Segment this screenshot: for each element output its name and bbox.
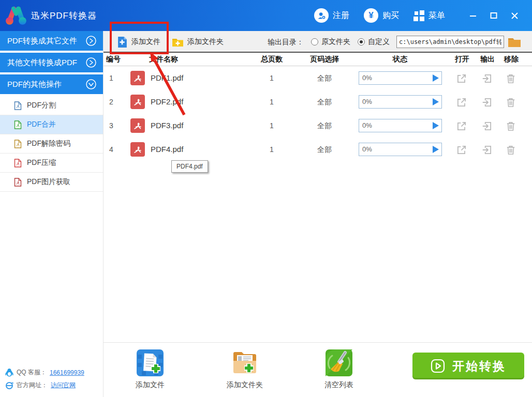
sidebar-item-pdf-remove-password[interactable]: PDF解除密码 (0, 134, 103, 154)
sidebar-item-pdf-compress[interactable]: PDF压缩 (0, 154, 103, 173)
app-logo-icon (4, 5, 28, 26)
radio-original-label: 原文件夹 (321, 37, 350, 47)
clear-list-broom-icon (326, 349, 352, 376)
qq-number-link[interactable]: 1661699939 (50, 369, 84, 376)
pdf-file-icon (130, 142, 145, 157)
start-row-play-icon[interactable] (433, 98, 439, 105)
file-name: PDF4.pdf (151, 138, 183, 161)
total-pages: 1 (258, 90, 286, 114)
output-path-input[interactable] (396, 36, 504, 48)
window-controls (463, 5, 525, 26)
progress-value: 0% (362, 119, 372, 132)
sidebar-support: QQ 客服： 1661699939 官方网址： 访问官网 (5, 364, 84, 390)
sidebar-item-label: PDF解除密码 (27, 139, 70, 148)
add-folder-label: 添加文件夹 (187, 37, 224, 47)
sidebar-category-pdf-to-other[interactable]: PDF转换成其它文件 (0, 31, 103, 51)
open-file-button[interactable] (456, 144, 467, 156)
radio-circle-checked-icon (358, 38, 365, 45)
qq-support-label: QQ 客服： (17, 368, 47, 377)
add-folder-icon (172, 37, 184, 47)
pdf-file-icon (130, 71, 145, 85)
table-row: 1 PDF1.pdf 1 全部 0% (104, 66, 532, 90)
radio-original-folder[interactable]: 原文件夹 (311, 31, 350, 53)
qq-icon (5, 368, 13, 377)
remove-file-button[interactable] (505, 144, 516, 156)
add-folder-toolbar-button[interactable]: 添加文件夹 (172, 34, 224, 50)
add-folder-big-button[interactable]: 添加文件夹 (216, 343, 273, 390)
add-file-big-button[interactable]: 添加文件 (122, 343, 179, 390)
row-number: 2 (105, 90, 118, 114)
pdf-doc-icon (14, 159, 22, 167)
progress-value: 0% (362, 72, 372, 84)
open-output-folder-button[interactable] (481, 144, 493, 156)
sidebar-item-label: PDF图片获取 (27, 177, 70, 187)
header-filename: 文件名称 (149, 53, 178, 66)
progress-bar: 0% (359, 119, 442, 132)
minimize-button[interactable] (463, 5, 483, 26)
sidebar-item-label: PDF压缩 (27, 158, 56, 167)
start-row-play-icon[interactable] (433, 74, 439, 82)
radio-circle-icon (311, 38, 318, 45)
pdf-file-icon (130, 118, 145, 133)
start-convert-button[interactable]: 开始转换 (412, 353, 524, 379)
tooltip: PDF4.pdf (171, 160, 208, 173)
header-total-pages: 总页数 (256, 53, 287, 66)
add-file-big-label: 添加文件 (122, 380, 179, 390)
register-button[interactable]: 注册 (314, 8, 349, 23)
add-file-big-icon (137, 349, 164, 376)
pdf-file-icon (130, 95, 145, 109)
radio-custom-folder[interactable]: 自定义 (358, 31, 390, 53)
radio-custom-label: 自定义 (368, 37, 390, 47)
header-status: 状态 (385, 53, 416, 66)
start-row-play-icon[interactable] (433, 122, 439, 129)
official-site-label: 官方网址： (17, 381, 48, 390)
open-output-folder-button[interactable] (481, 73, 493, 84)
start-row-play-icon[interactable] (433, 146, 439, 153)
page-range-select[interactable]: 全部 (311, 138, 338, 161)
maximize-button[interactable] (483, 5, 504, 26)
menu-button[interactable]: 菜单 (413, 10, 445, 21)
sidebar-category-pdf-other-ops[interactable]: PDF的其他操作 (0, 74, 103, 94)
table-row: 2 PDF2.pdf 1 全部 0% (104, 90, 532, 114)
category-label: PDF的其他操作 (7, 80, 85, 89)
row-number: 1 (105, 66, 118, 90)
category-label: 其他文件转换成PDF (7, 58, 85, 68)
pdf-doc-icon (14, 140, 22, 148)
remove-file-button[interactable] (505, 73, 516, 84)
sidebar-item-label: PDF分割 (27, 101, 56, 110)
open-file-button[interactable] (456, 73, 467, 84)
row-number: 4 (105, 138, 118, 161)
page-range-select[interactable]: 全部 (311, 114, 338, 138)
sidebar-category-other-to-pdf[interactable]: 其他文件转换成PDF (0, 53, 103, 72)
sidebar: PDF转换成其它文件 其他文件转换成PDF PDF的其他操作 PDF分割 (0, 31, 104, 397)
sidebar-item-pdf-split[interactable]: PDF分割 (0, 96, 103, 115)
sidebar-item-pdf-extract-images[interactable]: PDF图片获取 (0, 173, 103, 192)
add-file-toolbar-button[interactable]: 添加文件 (117, 34, 160, 50)
page-range-select[interactable]: 全部 (311, 66, 338, 90)
clear-list-big-button[interactable]: 清空列表 (311, 343, 367, 390)
chevron-down-circle-icon (85, 79, 97, 90)
open-output-folder-button[interactable] (481, 120, 493, 132)
menu-label: 菜单 (428, 10, 445, 21)
official-site-link[interactable]: 访问官网 (51, 381, 76, 390)
progress-bar: 0% (359, 143, 442, 156)
buy-button[interactable]: ¥ 购买 (364, 8, 399, 23)
browse-folder-button[interactable] (508, 36, 521, 48)
sidebar-item-pdf-merge[interactable]: PDF合并 (0, 115, 103, 134)
total-pages: 1 (258, 66, 286, 90)
remove-file-button[interactable] (505, 120, 516, 132)
remove-file-button[interactable] (505, 97, 516, 108)
page-range-select[interactable]: 全部 (311, 90, 338, 114)
open-file-button[interactable] (456, 120, 467, 132)
file-name: PDF2.pdf (151, 90, 183, 114)
output-dir-label: 输出目录： (268, 31, 304, 53)
table-row: 4 PDF4.pdf 1 全部 0% (104, 138, 532, 161)
register-label: 注册 (333, 10, 349, 21)
progress-value: 0% (362, 96, 372, 108)
play-icon (431, 359, 445, 373)
top-toolbar: 添加文件 添加文件夹 输出目录： 原文件夹 自定义 (104, 31, 532, 53)
close-button[interactable] (504, 5, 525, 26)
start-convert-label: 开始转换 (452, 358, 506, 374)
open-output-folder-button[interactable] (481, 97, 493, 108)
open-file-button[interactable] (456, 97, 467, 108)
